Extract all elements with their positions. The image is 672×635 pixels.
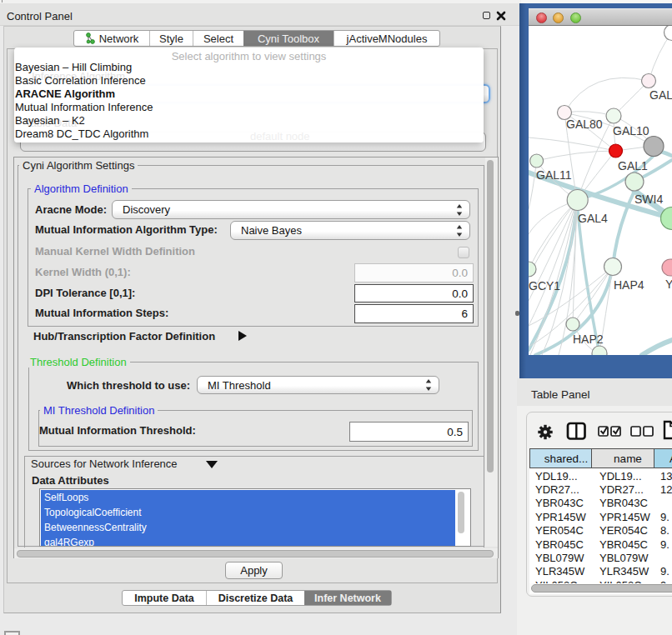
svg-text:GAL10: GAL10 — [613, 124, 649, 138]
svg-text:HAP2: HAP2 — [573, 332, 604, 346]
svg-text:GAL11: GAL11 — [536, 168, 572, 182]
svg-text:GAL4: GAL4 — [578, 212, 608, 225]
svg-text:HAP4: HAP4 — [614, 278, 644, 292]
svg-text:GCY1: GCY1 — [529, 279, 560, 292]
svg-text:GAL7: GAL7 — [649, 88, 672, 102]
svg-text:SWI4: SWI4 — [634, 192, 663, 206]
svg-text:GAL1: GAL1 — [618, 159, 648, 172]
svg-text:GAL80: GAL80 — [566, 118, 603, 131]
svg-text:Y: Y — [665, 278, 672, 291]
